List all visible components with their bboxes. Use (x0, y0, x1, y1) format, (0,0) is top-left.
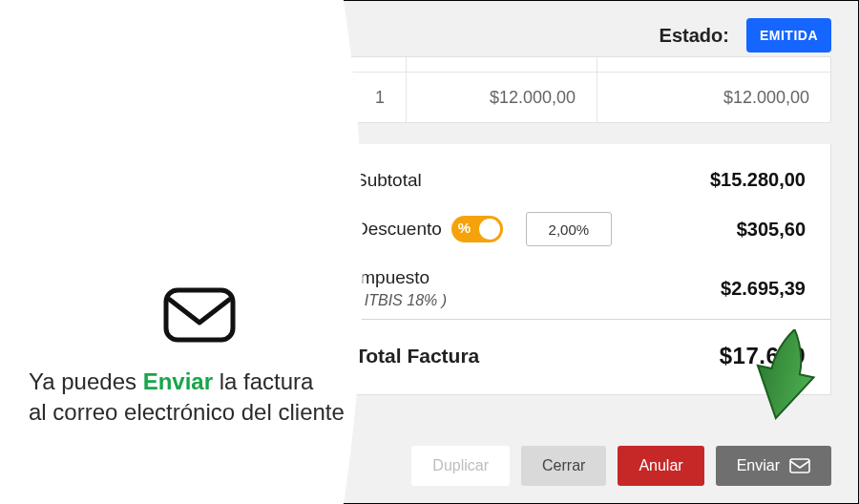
promo-text: Ya puedes Enviar la factura al correo el… (29, 367, 345, 429)
status-badge: EMITIDA (746, 18, 831, 52)
total-label: Total Factura (355, 345, 479, 368)
tax-row: Impuesto ( ITBIS 18% ) $2.695,39 (355, 267, 806, 309)
discount-label: Descuento (355, 219, 442, 240)
table-header-ghost (298, 57, 830, 73)
green-arrow-icon (745, 329, 831, 434)
status-label: Estado: (660, 25, 729, 47)
line-items-card: 1 $12.000,00 $12.000,00 (297, 56, 831, 123)
subtotal-row: Subtotal $15.280,00 (355, 169, 806, 191)
close-button[interactable]: Cerrar (521, 446, 606, 486)
amount-cell: $12.000,00 (597, 73, 830, 122)
tax-label: Impuesto (355, 267, 447, 288)
total-row: Total Factura $17.669 (355, 320, 806, 394)
promo-text-before: Ya puedes (29, 368, 143, 394)
discount-row: Descuento $305,60 (355, 212, 806, 246)
unit-price-cell: $12.000,00 (407, 73, 597, 122)
promo-text-highlight: Enviar (143, 368, 213, 394)
discount-toggle[interactable] (451, 216, 503, 242)
footer-actions: Duplicar Cerrar Anular Enviar (411, 446, 831, 486)
promo-text-after1: la factura (213, 368, 313, 394)
svg-rect-0 (790, 459, 809, 472)
send-button-label: Enviar (737, 457, 780, 474)
svg-rect-1 (166, 290, 233, 340)
subtotal-label: Subtotal (355, 170, 422, 191)
table-row: 1 $12.000,00 $12.000,00 (298, 73, 830, 122)
mail-icon (789, 458, 810, 473)
duplicate-button[interactable]: Duplicar (411, 446, 510, 486)
tax-value: $2.695,39 (721, 278, 806, 300)
promo-text-after2: al correo electrónico del cliente (29, 399, 345, 425)
status-row: Estado: EMITIDA (660, 18, 831, 52)
subtotal-value: $15.280,00 (710, 169, 806, 191)
mail-icon (162, 286, 237, 344)
discount-value: $305,60 (737, 219, 806, 241)
send-button[interactable]: Enviar (716, 446, 831, 486)
tax-detail: ( ITBIS 18% ) (355, 292, 447, 309)
discount-percent-input[interactable] (526, 212, 612, 246)
void-button[interactable]: Anular (618, 446, 703, 486)
